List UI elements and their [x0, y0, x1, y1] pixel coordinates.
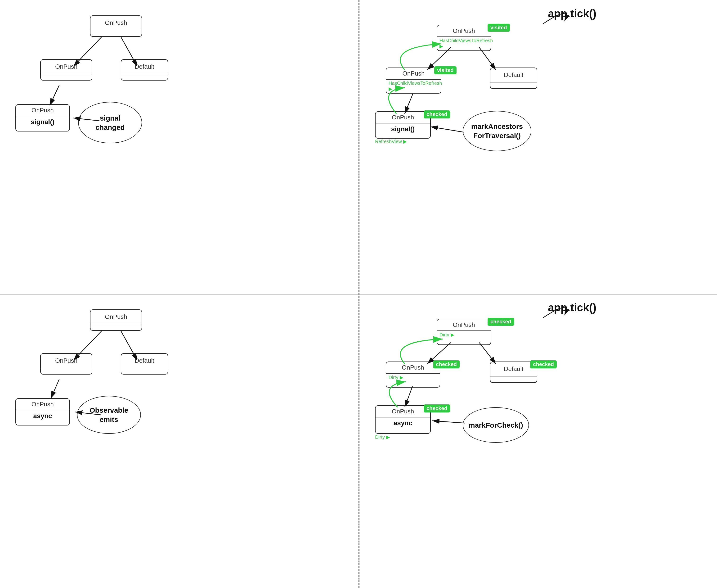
node-left-q2-label: OnPush — [386, 68, 441, 79]
node-root-q3-label: OnPush — [90, 310, 142, 324]
node-signal-q1: OnPush signal() — [15, 104, 70, 131]
oval-observable-text: Observableemits — [89, 405, 128, 424]
node-right-q3: Default — [121, 353, 168, 375]
node-left-q1-label: OnPush — [41, 60, 92, 74]
node-async-q3-top: OnPush — [16, 399, 69, 410]
node-right-q1: Default — [121, 59, 168, 81]
node-root-q4-flag: Dirty ▶ — [437, 331, 491, 338]
node-async-q4-top: OnPush — [375, 406, 430, 417]
oval-signal-changed-q1: signalchanged — [78, 102, 142, 143]
node-signal-q2-flag: RefreshView ▶ — [375, 139, 407, 144]
app-tick-q2: app.tick() — [548, 7, 596, 20]
svg-line-10 — [431, 127, 464, 132]
node-root-q2-label: OnPush — [437, 25, 491, 37]
oval-markancestors-q2: markAncestorsForTraversal() — [463, 111, 531, 151]
node-left-q2-flag: HasChildViewsToRefresh ▶ — [386, 80, 441, 92]
node-root-q2-flag: HasChildViewsToRefresh ▶ — [437, 37, 491, 50]
node-root-q4-label: OnPush — [437, 319, 491, 331]
quadrant-3: OnPush OnPush Default OnPush async Obser… — [0, 294, 358, 588]
quadrant-4: app.tick() OnPush Dirty ▶ checked OnPush… — [358, 294, 717, 588]
node-right-q2-label: Default — [491, 68, 537, 82]
svg-line-21 — [432, 421, 465, 423]
oval-markforcheck-text: markForCheck() — [469, 420, 523, 430]
badge-checked-bottom-q4: checked — [423, 404, 450, 413]
node-root-q2: OnPush HasChildViewsToRefresh ▶ — [437, 25, 491, 51]
node-left-q1: OnPush — [40, 59, 92, 81]
node-root-q4: OnPush Dirty ▶ — [437, 319, 491, 345]
badge-checked-left-q4: checked — [433, 360, 460, 369]
node-left-q4: OnPush Dirty ▶ — [386, 361, 440, 387]
badge-checked-right-q4: checked — [530, 360, 557, 369]
svg-line-20 — [405, 386, 412, 407]
quadrant-2: app.tick() OnPush HasChildViewsToRefresh… — [358, 0, 717, 294]
node-root-q3: OnPush — [90, 309, 142, 331]
badge-visited-root-q2: visited — [487, 24, 510, 32]
oval-markforcheck-q4: markForCheck() — [463, 407, 529, 443]
badge-checked-root-q4: checked — [487, 318, 514, 326]
node-signal-q1-top: OnPush — [16, 105, 69, 116]
node-left-q3: OnPush — [40, 353, 92, 375]
node-signal-q2-top: OnPush — [375, 112, 430, 123]
quadrant-1: OnPush OnPush Default OnPush signal() si… — [0, 0, 358, 294]
node-left-q3-label: OnPush — [41, 354, 92, 368]
node-async-q3-bottom: async — [16, 410, 69, 422]
badge-checked-bottom-q2: checked — [423, 110, 450, 119]
node-root-q1-label: OnPush — [90, 16, 142, 30]
oval-observable-q3: Observableemits — [77, 396, 141, 434]
app-tick-q4: app.tick() — [548, 301, 596, 314]
horizontal-divider — [0, 294, 717, 294]
node-left-q4-flag: Dirty ▶ — [386, 374, 440, 381]
svg-line-14 — [51, 379, 59, 398]
node-signal-q1-bottom: signal() — [16, 116, 69, 128]
node-async-q4-flag: Dirty ▶ — [375, 434, 390, 440]
oval-signal-changed-text: signalchanged — [95, 113, 125, 132]
node-root-q1: OnPush — [90, 15, 142, 37]
oval-markancestors-text: markAncestorsForTraversal() — [471, 122, 523, 140]
node-right-q3-label: Default — [121, 354, 168, 368]
node-signal-q2: OnPush signal() — [375, 111, 431, 139]
node-right-q2: Default — [490, 67, 537, 89]
node-right-q1-label: Default — [121, 60, 168, 74]
node-async-q4: OnPush async — [375, 405, 431, 434]
node-async-q4-bottom: async — [375, 417, 430, 429]
node-left-q4-label: OnPush — [386, 362, 440, 373]
node-left-q2: OnPush HasChildViewsToRefresh ▶ — [386, 67, 441, 93]
badge-visited-left-q2: visited — [434, 66, 457, 75]
svg-line-3 — [50, 85, 59, 105]
svg-line-19 — [479, 342, 496, 364]
node-signal-q2-bottom: signal() — [375, 123, 430, 135]
node-right-q4-label: Default — [491, 362, 537, 376]
svg-line-9 — [405, 93, 413, 114]
node-async-q3: OnPush async — [15, 398, 70, 425]
